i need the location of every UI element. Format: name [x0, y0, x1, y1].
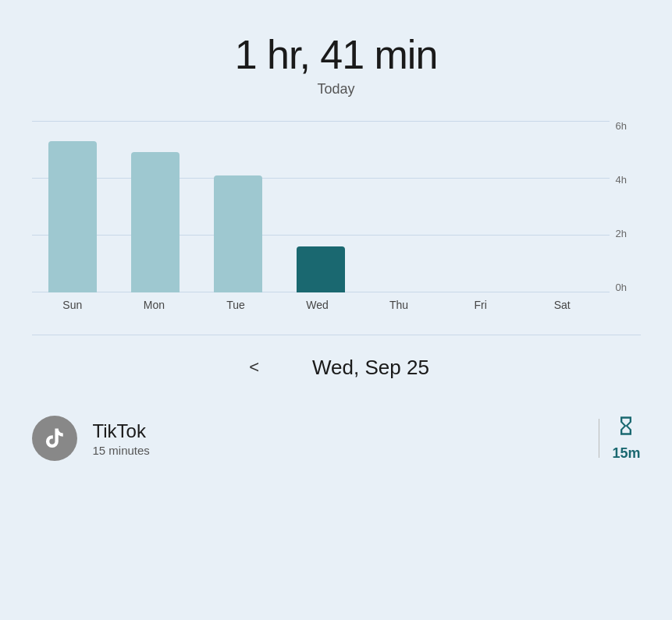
app-divider	[599, 419, 599, 458]
chart-container: 6h 4h 2h 0h Sun Mon Tue Wed Thu Fri Sat	[32, 121, 641, 311]
app-name-tiktok: TikTok	[93, 420, 584, 442]
chart-bars-wrapper	[32, 121, 610, 292]
y-label-6h: 6h	[616, 121, 641, 131]
period-label: Today	[235, 81, 438, 97]
app-duration-tiktok: 15 minutes	[93, 444, 584, 457]
y-axis: 6h 4h 2h 0h	[610, 121, 641, 292]
chart-divider	[32, 335, 641, 335]
x-label-sat: Sat	[521, 292, 603, 311]
x-label-tue: Tue	[195, 292, 277, 311]
bar-col-sat	[527, 121, 610, 292]
bar-col-sun	[32, 121, 115, 292]
app-row-tiktok[interactable]: TikTok 15 minutes 15m	[32, 407, 641, 469]
x-label-sun: Sun	[32, 292, 114, 311]
hourglass-svg	[615, 415, 637, 437]
bar-wed	[297, 246, 345, 292]
x-label-mon: Mon	[113, 292, 195, 311]
tiktok-icon	[43, 427, 66, 450]
time-badge-label-tiktok: 15m	[612, 445, 640, 462]
prev-date-button[interactable]: <	[243, 351, 265, 384]
app-right-tiktok: 15m	[599, 415, 640, 462]
bar-col-tue	[197, 121, 279, 292]
date-label: Wed, Sep 25	[312, 356, 429, 380]
app-info-tiktok: TikTok 15 minutes	[93, 420, 584, 457]
x-label-wed: Wed	[276, 292, 358, 311]
hourglass-icon	[615, 415, 637, 442]
date-nav: < Wed, Sep 25	[32, 351, 641, 384]
bar-col-thu	[361, 121, 444, 292]
x-label-fri: Fri	[439, 292, 521, 311]
y-label-4h: 4h	[616, 175, 641, 185]
bars-row	[32, 121, 610, 292]
chart-area: 6h 4h 2h 0h	[32, 121, 641, 292]
tiktok-app-icon	[32, 416, 77, 461]
x-axis: Sun Mon Tue Wed Thu Fri Sat	[32, 292, 603, 311]
x-label-thu: Thu	[358, 292, 440, 311]
bar-col-mon	[114, 121, 197, 292]
bar-mon	[131, 152, 180, 292]
y-label-2h: 2h	[616, 229, 641, 239]
header-section: 1 hr, 41 min Today	[235, 31, 438, 97]
bar-tue	[214, 175, 262, 292]
time-badge-tiktok: 15m	[612, 415, 640, 462]
total-time: 1 hr, 41 min	[235, 31, 438, 78]
bar-col-fri	[444, 121, 527, 292]
bar-sun	[48, 141, 97, 292]
bar-col-wed	[279, 121, 362, 292]
y-label-0h: 0h	[616, 282, 641, 292]
